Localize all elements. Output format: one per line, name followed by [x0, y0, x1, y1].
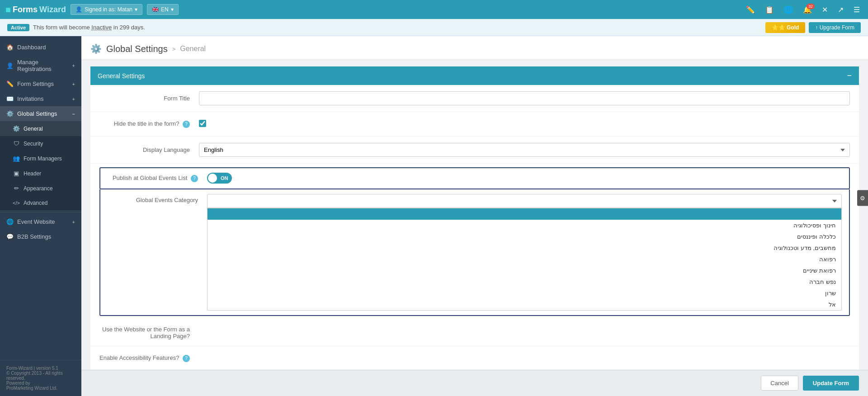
expand-manage-icon: + — [72, 63, 75, 68]
edit-icon-btn[interactable]: ✏️ — [743, 4, 758, 16]
hide-title-row: Hide the title in the form? ? — [90, 112, 859, 137]
main-content: ⚙️ Global Settings > General General Set… — [81, 36, 868, 396]
dropdown-item-dental[interactable]: רפואת שיניים — [208, 265, 841, 276]
sidebar-item-form-settings[interactable]: ✏️ Form Settings + — [0, 76, 81, 91]
header-icon: ▣ — [13, 170, 20, 177]
collapse-section-button[interactable]: − — [847, 71, 852, 80]
gear-float-button[interactable]: ⚙ — [857, 190, 868, 206]
publish-help-icon[interactable]: ? — [191, 175, 198, 182]
form-managers-icon: 👥 — [13, 155, 20, 162]
dropdown-item-computers[interactable]: מחשבים, מדע וטכנולוגיה — [208, 242, 841, 254]
logo-wizard-text: Wizard — [39, 5, 66, 14]
b2b-settings-icon: 💬 — [6, 233, 14, 240]
sidebar-item-appearance[interactable]: ✏ Appearance — [0, 181, 81, 196]
breadcrumb-separator: > — [172, 46, 176, 52]
publish-toggle[interactable]: ON — [207, 173, 232, 184]
globe-icon-btn[interactable]: 🌐 — [781, 4, 796, 16]
dropdown-item-medicine[interactable]: רפואה — [208, 254, 841, 265]
accessibility-label: Enable Accessibility Features? ? — [99, 354, 199, 362]
sidebar-footer: Form-Wizard | version 5.1 © Copyright 20… — [0, 360, 81, 396]
global-events-category-select[interactable]: חינוך ופסיכולוגיה כלכלה ופיננסים מחשבים,… — [207, 194, 842, 208]
section-header: General Settings − — [90, 66, 859, 85]
global-events-category-row: Global Events Category חינוך ופסיכולוגיה… — [99, 189, 850, 316]
publish-highlighted-container: Publish at Global Events List ? ON Globa… — [90, 167, 859, 316]
share-icon-btn[interactable]: ↗ — [835, 4, 846, 16]
manage-registrations-icon: 👤 — [6, 62, 14, 69]
form-title-label: Form Title — [99, 95, 199, 102]
sidebar-item-manage-registrations[interactable]: 👤 Manage Registrations + — [0, 55, 81, 76]
sidebar-label-form-settings: Form Settings — [17, 80, 54, 87]
gold-button[interactable]: ⭐⭐ Gold — [765, 22, 806, 33]
expand-form-settings-icon: + — [72, 81, 75, 87]
display-language-select[interactable]: English Hebrew Spanish French German Ara… — [199, 143, 850, 157]
flag-icon: 🇬🇧 — [152, 6, 159, 13]
user-label: Signed in as: Matan — [85, 6, 132, 13]
language-button[interactable]: 🇬🇧 EN ▾ — [147, 4, 179, 15]
accessibility-help-icon[interactable]: ? — [183, 355, 190, 362]
page-settings-icon: ⚙️ — [90, 43, 102, 54]
copy-icon-btn[interactable]: 📋 — [762, 4, 777, 16]
landing-page-label: Use the Website or the Form as a Landing… — [99, 326, 199, 339]
language-label: EN — [161, 6, 169, 13]
sidebar-item-invitations[interactable]: ✉️ Invitations + — [0, 91, 81, 106]
footer-company: ProMarketing Wizard Ltd. — [6, 386, 75, 391]
hide-title-label: Hide the title in the form? ? — [99, 120, 199, 128]
expand-invitations-icon: + — [72, 96, 75, 102]
cancel-button[interactable]: Cancel — [761, 376, 798, 391]
menu-icon-btn[interactable]: ☰ — [851, 4, 863, 16]
sidebar-item-global-settings[interactable]: ⚙️ Global Settings − — [0, 106, 81, 121]
sidebar-label-global-settings: Global Settings — [17, 110, 57, 117]
info-message: This form will become Inactive in 299 da… — [33, 24, 145, 31]
top-navigation: ■ FormsWizard 👤 Signed in as: Matan ▾ 🇬🇧… — [0, 0, 868, 19]
user-menu-button[interactable]: 👤 Signed in as: Matan ▾ — [71, 4, 142, 15]
hide-title-control — [199, 120, 850, 128]
invitations-icon: ✉️ — [6, 95, 14, 102]
sidebar-item-b2b-settings[interactable]: 💬 B2B Settings — [0, 229, 81, 244]
hide-title-checkbox[interactable] — [199, 120, 206, 127]
form-settings-icon: ✏️ — [6, 80, 14, 87]
expand-event-website-icon: + — [72, 219, 75, 225]
hide-title-help-icon[interactable]: ? — [183, 121, 190, 128]
form-title-input[interactable] — [199, 91, 850, 105]
sidebar-item-general[interactable]: ⚙️ General — [0, 121, 81, 136]
dropdown-list: חינוך ופסיכולוגיה כלכלה ופיננסים מחשבים,… — [207, 208, 842, 311]
global-events-category-control: חינוך ופסיכולוגיה כלכלה ופיננסים מחשבים,… — [207, 194, 842, 311]
dropdown-item-economics[interactable]: כלכלה ופיננסים — [208, 231, 841, 242]
info-bar: Active This form will become Inactive in… — [0, 19, 868, 36]
notification-badge: 32 — [807, 4, 815, 9]
user-icon: 👤 — [75, 6, 82, 13]
logo-forms-text: Forms — [13, 5, 38, 14]
sidebar-item-security[interactable]: 🛡 Security — [0, 136, 81, 151]
logo: ■ FormsWizard — [5, 5, 66, 15]
close-icon-btn[interactable]: ✕ — [819, 4, 830, 16]
event-website-icon: 🌐 — [6, 218, 14, 225]
sidebar-item-advanced[interactable]: </> Advanced — [0, 196, 81, 210]
page-title: Global Settings — [106, 44, 168, 54]
sidebar-item-header[interactable]: ▣ Header — [0, 166, 81, 181]
sidebar-item-dashboard[interactable]: 🏠 Dashboard — [0, 40, 81, 55]
footer-version: Form-Wizard | version 5.1 — [6, 366, 75, 371]
appearance-icon: ✏ — [13, 185, 20, 192]
general-icon: ⚙️ — [13, 125, 20, 132]
dropdown-item-education[interactable]: חינוך ופסיכולוגיה — [208, 220, 841, 231]
sidebar: 🏠 Dashboard 👤 Manage Registrations + ✏️ … — [0, 36, 81, 396]
logo-icon: ■ — [5, 5, 11, 15]
main-layout: 🏠 Dashboard 👤 Manage Registrations + ✏️ … — [0, 36, 868, 396]
sidebar-label-security: Security — [24, 141, 43, 147]
advanced-icon: </> — [13, 200, 20, 206]
sidebar-item-event-website[interactable]: 🌐 Event Website + — [0, 214, 81, 229]
sidebar-label-form-managers: Form Managers — [24, 156, 62, 162]
publish-label: Publish at Global Events List ? — [108, 174, 207, 182]
dropdown-item-empty[interactable] — [208, 208, 841, 220]
global-events-category-label: Global Events Category — [108, 194, 207, 203]
sidebar-item-form-managers[interactable]: 👥 Form Managers — [0, 151, 81, 166]
dropdown-item-al[interactable]: אל — [208, 299, 841, 310]
dropdown-item-sharon[interactable]: שרון — [208, 288, 841, 299]
footer-powered: Powered by — [6, 381, 75, 386]
dropdown-item-society[interactable]: נפש חברה — [208, 276, 841, 288]
update-form-button[interactable]: Update Form — [803, 376, 859, 391]
upgrade-form-button[interactable]: ↑ Upgrade Form — [809, 22, 861, 33]
sidebar-label-event-website: Event Website — [17, 218, 55, 225]
bell-icon-btn[interactable]: 🔔 32 — [800, 4, 815, 16]
expand-global-settings-icon: − — [72, 111, 75, 117]
